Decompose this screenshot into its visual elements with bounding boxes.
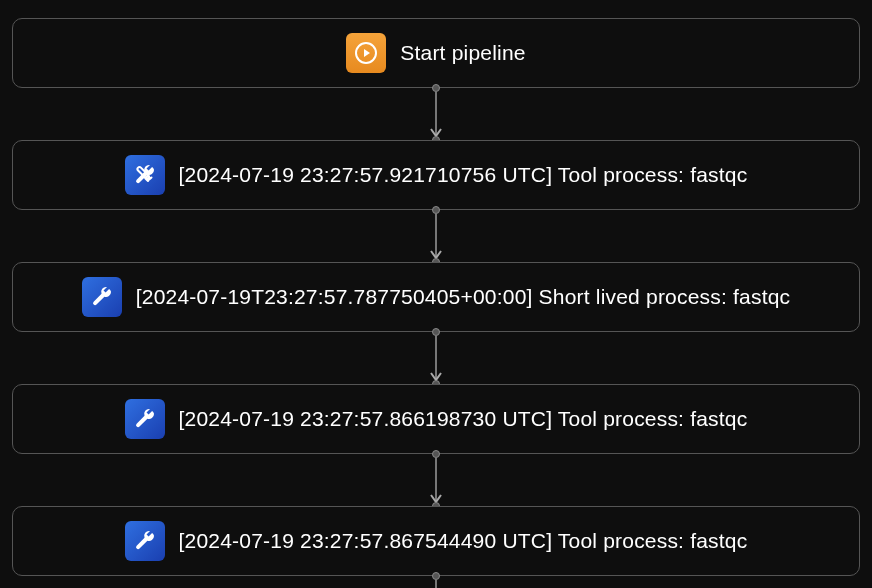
connector	[0, 332, 872, 384]
connector	[0, 454, 872, 506]
connector	[0, 88, 872, 140]
wrench-icon	[125, 399, 165, 439]
node-label: Start pipeline	[400, 41, 525, 65]
connector	[0, 576, 872, 588]
pipeline-node-tool[interactable]: [2024-07-19 23:27:57.866198730 UTC] Tool…	[12, 384, 860, 454]
play-icon	[346, 33, 386, 73]
connector-dot	[432, 450, 440, 458]
connector-dot	[432, 328, 440, 336]
node-content: Start pipeline	[346, 33, 525, 73]
pipeline-node-tool[interactable]: [2024-07-19 23:27:57.867544490 UTC] Tool…	[12, 506, 860, 576]
pipeline-node-start[interactable]: Start pipeline	[12, 18, 860, 88]
wrench-icon	[125, 521, 165, 561]
node-content: [2024-07-19T23:27:57.787750405+00:00] Sh…	[82, 277, 791, 317]
pipeline-node-tool[interactable]: [2024-07-19T23:27:57.787750405+00:00] Sh…	[12, 262, 860, 332]
wrench-icon	[125, 155, 165, 195]
pipeline-canvas: Start pipeline [2024-07-19 23:27:57.9217…	[0, 0, 872, 588]
connector-dot	[432, 84, 440, 92]
node-label: [2024-07-19T23:27:57.787750405+00:00] Sh…	[136, 285, 791, 309]
node-content: [2024-07-19 23:27:57.921710756 UTC] Tool…	[125, 155, 748, 195]
wrench-icon	[82, 277, 122, 317]
node-content: [2024-07-19 23:27:57.867544490 UTC] Tool…	[125, 521, 748, 561]
node-content: [2024-07-19 23:27:57.866198730 UTC] Tool…	[125, 399, 748, 439]
connector-dot	[432, 572, 440, 580]
connector-dot	[432, 206, 440, 214]
connector-line	[435, 580, 437, 588]
node-label: [2024-07-19 23:27:57.921710756 UTC] Tool…	[179, 163, 748, 187]
node-label: [2024-07-19 23:27:57.866198730 UTC] Tool…	[179, 407, 748, 431]
node-label: [2024-07-19 23:27:57.867544490 UTC] Tool…	[179, 529, 748, 553]
connector	[0, 210, 872, 262]
pipeline-node-tool[interactable]: [2024-07-19 23:27:57.921710756 UTC] Tool…	[12, 140, 860, 210]
